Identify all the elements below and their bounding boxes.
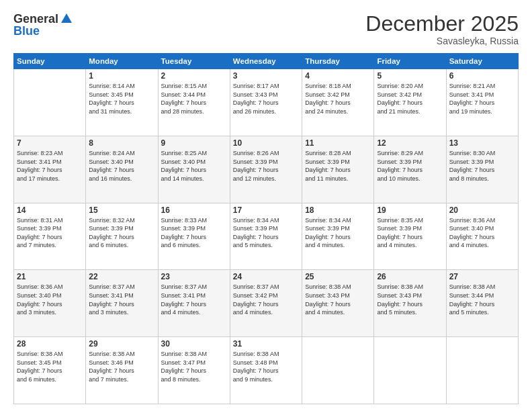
day-info-line: and 9 minutes. bbox=[233, 375, 299, 384]
day-number: 30 bbox=[161, 339, 227, 349]
calendar-cell: 11Sunrise: 8:28 AMSunset: 3:39 PMDayligh… bbox=[302, 136, 374, 203]
logo-general-text: General bbox=[13, 13, 58, 25]
day-info-line: and 10 minutes. bbox=[377, 175, 443, 183]
day-info-line: and 5 minutes. bbox=[449, 308, 515, 317]
day-info-line: Sunrise: 8:30 AM bbox=[449, 149, 515, 158]
calendar-cell: 8Sunrise: 8:24 AMSunset: 3:40 PMDaylight… bbox=[86, 136, 158, 203]
day-info-line: Daylight: 7 hours bbox=[17, 233, 83, 242]
day-info-line: Sunrise: 8:14 AM bbox=[89, 82, 154, 91]
day-info: Sunrise: 8:35 AMSunset: 3:39 PMDaylight:… bbox=[377, 216, 443, 250]
day-info-line: Sunset: 3:40 PM bbox=[89, 158, 154, 167]
calendar-cell: 18Sunrise: 8:34 AMSunset: 3:39 PMDayligh… bbox=[302, 203, 374, 270]
day-number: 21 bbox=[17, 272, 83, 281]
day-info-line: Daylight: 7 hours bbox=[89, 300, 154, 309]
day-info-line: and 4 minutes. bbox=[377, 241, 443, 250]
calendar-cell: 4Sunrise: 8:18 AMSunset: 3:42 PMDaylight… bbox=[302, 69, 374, 136]
calendar-cell: 25Sunrise: 8:38 AMSunset: 3:43 PMDayligh… bbox=[302, 270, 374, 337]
logo-icon bbox=[60, 12, 73, 26]
calendar-cell: 22Sunrise: 8:37 AMSunset: 3:41 PMDayligh… bbox=[86, 270, 158, 337]
day-number: 9 bbox=[161, 138, 227, 148]
day-number: 3 bbox=[233, 71, 299, 81]
day-info-line: Sunrise: 8:38 AM bbox=[305, 283, 371, 291]
day-info-line: Sunset: 3:42 PM bbox=[305, 91, 371, 99]
calendar-cell: 16Sunrise: 8:33 AMSunset: 3:39 PMDayligh… bbox=[158, 203, 230, 270]
day-number: 5 bbox=[377, 71, 443, 81]
day-number: 1 bbox=[89, 71, 154, 81]
day-info-line: and 6 minutes. bbox=[17, 375, 83, 384]
day-info-line: and 31 minutes. bbox=[89, 107, 154, 116]
day-info-line: and 16 minutes. bbox=[89, 175, 154, 183]
calendar-cell: 9Sunrise: 8:25 AMSunset: 3:40 PMDaylight… bbox=[158, 136, 230, 203]
day-info-line: Sunset: 3:48 PM bbox=[233, 359, 299, 367]
day-number: 24 bbox=[233, 272, 299, 281]
day-info: Sunrise: 8:38 AMSunset: 3:46 PMDaylight:… bbox=[89, 350, 154, 383]
day-info-line: and 26 minutes. bbox=[233, 107, 299, 116]
day-info-line: Daylight: 7 hours bbox=[233, 233, 299, 242]
day-info-line: Sunrise: 8:26 AM bbox=[233, 149, 299, 158]
day-number: 12 bbox=[377, 138, 443, 148]
day-number: 16 bbox=[161, 205, 227, 215]
day-info: Sunrise: 8:33 AMSunset: 3:39 PMDaylight:… bbox=[161, 216, 227, 250]
day-number: 15 bbox=[89, 205, 154, 215]
day-info-line: and 3 minutes. bbox=[89, 308, 154, 317]
day-info-line: Sunrise: 8:37 AM bbox=[161, 283, 227, 291]
day-info-line: and 12 minutes. bbox=[233, 175, 299, 183]
day-info-line: and 5 minutes. bbox=[233, 241, 299, 250]
calendar-cell: 20Sunrise: 8:36 AMSunset: 3:40 PMDayligh… bbox=[446, 203, 518, 270]
calendar-cell: 6Sunrise: 8:21 AMSunset: 3:41 PMDaylight… bbox=[446, 69, 518, 136]
day-info-line: Sunrise: 8:37 AM bbox=[233, 283, 299, 291]
day-info-line: and 5 minutes. bbox=[377, 308, 443, 317]
day-info-line: Sunset: 3:41 PM bbox=[89, 291, 154, 300]
day-info-line: Daylight: 7 hours bbox=[89, 166, 154, 175]
day-info-line: Daylight: 7 hours bbox=[17, 300, 83, 309]
calendar-cell: 17Sunrise: 8:34 AMSunset: 3:39 PMDayligh… bbox=[230, 203, 302, 270]
day-info-line: Daylight: 7 hours bbox=[89, 99, 154, 107]
day-number: 7 bbox=[17, 138, 83, 148]
day-info-line: Daylight: 7 hours bbox=[377, 300, 443, 309]
day-number: 13 bbox=[449, 138, 515, 148]
month-title: December 2025 bbox=[365, 12, 519, 36]
day-info: Sunrise: 8:28 AMSunset: 3:39 PMDaylight:… bbox=[305, 149, 371, 183]
day-info-line: Sunset: 3:43 PM bbox=[377, 291, 443, 300]
day-info: Sunrise: 8:38 AMSunset: 3:43 PMDaylight:… bbox=[377, 283, 443, 316]
day-number: 20 bbox=[449, 205, 515, 215]
day-info: Sunrise: 8:23 AMSunset: 3:41 PMDaylight:… bbox=[17, 149, 83, 183]
day-info: Sunrise: 8:17 AMSunset: 3:43 PMDaylight:… bbox=[233, 82, 299, 116]
day-number: 10 bbox=[233, 138, 299, 148]
day-info-line: Sunset: 3:45 PM bbox=[17, 359, 83, 367]
day-number: 18 bbox=[305, 205, 371, 215]
calendar-cell: 3Sunrise: 8:17 AMSunset: 3:43 PMDaylight… bbox=[230, 69, 302, 136]
day-info-line: Sunset: 3:39 PM bbox=[377, 224, 443, 233]
day-info-line: Sunrise: 8:38 AM bbox=[377, 283, 443, 291]
day-info-line: Sunrise: 8:29 AM bbox=[377, 149, 443, 158]
day-info-line: Sunrise: 8:24 AM bbox=[89, 149, 154, 158]
day-info-line: Daylight: 7 hours bbox=[305, 166, 371, 175]
day-info: Sunrise: 8:26 AMSunset: 3:39 PMDaylight:… bbox=[233, 149, 299, 183]
day-info-line: and 3 minutes. bbox=[17, 308, 83, 317]
day-info-line: Sunrise: 8:23 AM bbox=[17, 149, 83, 158]
day-info: Sunrise: 8:14 AMSunset: 3:45 PMDaylight:… bbox=[89, 82, 154, 116]
day-info-line: Daylight: 7 hours bbox=[233, 367, 299, 375]
day-info-line: Daylight: 7 hours bbox=[305, 300, 371, 309]
calendar-cell: 5Sunrise: 8:20 AMSunset: 3:42 PMDaylight… bbox=[374, 69, 446, 136]
calendar-cell bbox=[446, 337, 518, 404]
calendar-week-3: 14Sunrise: 8:31 AMSunset: 3:39 PMDayligh… bbox=[14, 203, 519, 270]
day-info-line: Sunset: 3:44 PM bbox=[161, 91, 227, 99]
calendar-week-4: 21Sunrise: 8:36 AMSunset: 3:40 PMDayligh… bbox=[14, 270, 519, 337]
day-number: 4 bbox=[305, 71, 371, 81]
day-info-line: Sunrise: 8:34 AM bbox=[305, 216, 371, 225]
calendar-cell: 7Sunrise: 8:23 AMSunset: 3:41 PMDaylight… bbox=[14, 136, 86, 203]
page: General Blue December 2025 Savasleyka, R… bbox=[0, 0, 532, 411]
day-info-line: Sunset: 3:41 PM bbox=[161, 291, 227, 300]
day-info-line: Daylight: 7 hours bbox=[449, 166, 515, 175]
day-info-line: Sunrise: 8:17 AM bbox=[233, 82, 299, 91]
day-info-line: Daylight: 7 hours bbox=[161, 233, 227, 242]
day-info: Sunrise: 8:37 AMSunset: 3:42 PMDaylight:… bbox=[233, 283, 299, 316]
day-info-line: and 4 minutes. bbox=[305, 241, 371, 250]
day-info-line: Daylight: 7 hours bbox=[161, 99, 227, 107]
calendar-cell bbox=[14, 69, 86, 136]
calendar-cell bbox=[302, 337, 374, 404]
day-info-line: Daylight: 7 hours bbox=[233, 99, 299, 107]
day-info-line: Sunrise: 8:38 AM bbox=[89, 350, 154, 359]
day-number: 14 bbox=[17, 205, 83, 215]
